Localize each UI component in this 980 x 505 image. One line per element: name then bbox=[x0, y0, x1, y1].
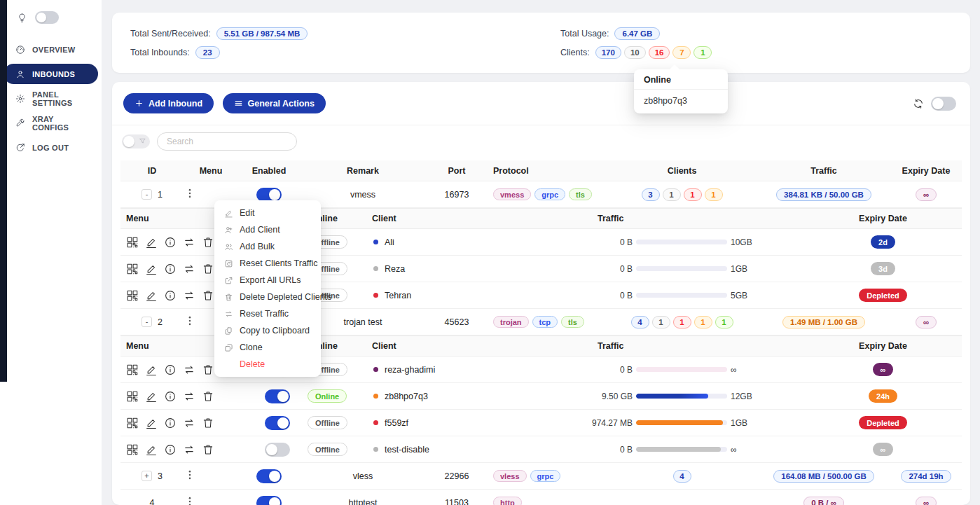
auto-refresh-toggle[interactable] bbox=[931, 97, 956, 111]
info-icon[interactable] bbox=[164, 289, 177, 302]
sidebar-item-inbounds[interactable]: INBOUNDS bbox=[4, 64, 98, 84]
enabled-toggle[interactable] bbox=[256, 469, 282, 483]
sidebar-item-xray-configs[interactable]: XRAY CONFIGS bbox=[4, 113, 98, 133]
reset-traffic-icon[interactable] bbox=[183, 364, 195, 376]
delete-icon[interactable] bbox=[202, 236, 214, 249]
expand-toggle[interactable]: - bbox=[142, 317, 152, 327]
delete-icon[interactable] bbox=[202, 417, 214, 429]
client-count-badge[interactable]: 1 bbox=[684, 188, 702, 201]
reset-traffic-icon[interactable] bbox=[183, 390, 195, 403]
info-icon[interactable] bbox=[164, 443, 177, 456]
delete-icon[interactable] bbox=[202, 390, 214, 403]
client-enabled-toggle[interactable] bbox=[265, 416, 290, 430]
sidebar-item-panel-settings[interactable]: PANEL SETTINGS bbox=[4, 88, 98, 109]
reset-traffic-icon[interactable] bbox=[183, 289, 195, 302]
theme-toggle[interactable] bbox=[35, 11, 59, 24]
context-menu-item-edit[interactable]: Edit bbox=[214, 205, 321, 221]
context-menu-item-export-all-urls[interactable]: Export All URLs bbox=[214, 272, 321, 289]
reset-traffic-icon[interactable] bbox=[183, 443, 195, 456]
delete-icon[interactable] bbox=[202, 443, 214, 456]
clients-count-badge[interactable]: 10 bbox=[624, 46, 646, 59]
enabled-toggle[interactable] bbox=[256, 496, 282, 505]
context-menu-item-copy-to-clipboard[interactable]: Copy to Clipboard bbox=[214, 322, 321, 339]
sidebar-item-overview[interactable]: OVERVIEW bbox=[4, 39, 98, 60]
context-menu-item-delete-depleted-clients[interactable]: Delete Depleted Clients bbox=[214, 289, 321, 305]
reset-traffic-icon[interactable] bbox=[183, 236, 195, 249]
client-count-badge[interactable]: 1 bbox=[663, 188, 681, 201]
edit-icon[interactable] bbox=[145, 263, 158, 275]
client-enabled-cell bbox=[250, 389, 305, 403]
client-enabled-toggle[interactable] bbox=[265, 443, 290, 457]
inbound-protocols: http bbox=[488, 497, 607, 505]
client-count-badge[interactable]: 4 bbox=[631, 316, 649, 328]
kebab-menu-icon[interactable] bbox=[184, 187, 196, 200]
inbound-traffic-cell: 0 B / ∞ bbox=[757, 497, 890, 505]
qr-code-icon[interactable] bbox=[126, 364, 139, 376]
traffic-used: 0 B bbox=[566, 264, 633, 274]
context-menu-item-add-bulk[interactable]: Add Bulk bbox=[214, 238, 321, 255]
info-icon[interactable] bbox=[164, 417, 177, 429]
qr-code-icon[interactable] bbox=[126, 390, 139, 403]
enabled-toggle[interactable] bbox=[256, 188, 282, 202]
reset-traffic-icon[interactable] bbox=[183, 263, 195, 275]
client-count-badge[interactable]: 1 bbox=[673, 316, 691, 328]
context-menu-item-reset-clients-traffic[interactable]: Reset Clients Traffic bbox=[214, 255, 321, 272]
general-actions-button[interactable]: General Actions bbox=[223, 93, 326, 113]
inbound-remark: vless bbox=[300, 471, 426, 481]
add-inbound-button[interactable]: Add Inbound bbox=[123, 93, 214, 113]
sidebar-item-log-out[interactable]: LOG OUT bbox=[4, 137, 98, 158]
client-count-badge[interactable]: 3 bbox=[642, 188, 660, 201]
edit-icon[interactable] bbox=[145, 236, 158, 249]
client-count-badge[interactable]: 1 bbox=[705, 188, 723, 201]
qr-code-icon[interactable] bbox=[126, 263, 139, 275]
delete-icon[interactable] bbox=[202, 364, 214, 376]
context-menu-item-reset-traffic[interactable]: Reset Traffic bbox=[214, 305, 321, 322]
client-enabled-toggle[interactable] bbox=[265, 389, 290, 403]
client-count-badge[interactable]: 1 bbox=[652, 316, 670, 328]
context-menu-item-delete[interactable]: Delete bbox=[214, 356, 321, 373]
context-menu-item-add-client[interactable]: Add Client bbox=[214, 221, 321, 238]
search-input[interactable] bbox=[157, 132, 297, 151]
clients-count-badge[interactable]: 16 bbox=[649, 46, 670, 59]
column-header: Menu bbox=[184, 166, 238, 176]
protocol-tag: trojan bbox=[493, 316, 529, 328]
qr-code-icon[interactable] bbox=[126, 236, 139, 249]
client-expiry-cell: 24h bbox=[804, 389, 962, 403]
info-icon[interactable] bbox=[164, 236, 177, 249]
context-menu-item-clone[interactable]: Clone bbox=[214, 339, 321, 356]
refresh-icon[interactable] bbox=[913, 98, 924, 109]
qr-code-icon[interactable] bbox=[126, 417, 139, 429]
inbound-enabled-cell bbox=[238, 496, 300, 505]
clients-count-badge[interactable]: 1 bbox=[693, 46, 712, 59]
info-icon[interactable] bbox=[164, 263, 177, 275]
clients-count-badge[interactable]: 170 bbox=[595, 46, 621, 59]
protocol-tag: grpc bbox=[530, 470, 561, 482]
client-enabled-cell bbox=[250, 443, 305, 457]
delete-icon[interactable] bbox=[202, 289, 214, 302]
client-count-badge[interactable]: 1 bbox=[694, 316, 712, 328]
qr-code-icon[interactable] bbox=[126, 289, 139, 302]
clients-count-badge[interactable]: 7 bbox=[672, 46, 691, 59]
inbound-protocols: vlessgrpc bbox=[488, 470, 607, 482]
filter-toggle[interactable] bbox=[122, 134, 150, 148]
edit-icon[interactable] bbox=[145, 289, 158, 302]
info-icon[interactable] bbox=[164, 364, 177, 376]
edit-icon[interactable] bbox=[145, 443, 158, 456]
client-count-badge[interactable]: 4 bbox=[673, 470, 691, 483]
info-icon[interactable] bbox=[164, 390, 177, 403]
edit-icon[interactable] bbox=[145, 364, 158, 376]
qr-code-icon[interactable] bbox=[126, 443, 139, 456]
edit-icon[interactable] bbox=[145, 417, 158, 429]
kebab-menu-icon[interactable] bbox=[184, 495, 196, 505]
inbound-remark: vmess bbox=[300, 190, 426, 200]
kebab-menu-icon[interactable] bbox=[184, 469, 196, 481]
client-count-badge[interactable]: 1 bbox=[715, 316, 733, 328]
expand-toggle[interactable]: - bbox=[142, 189, 152, 200]
delete-icon[interactable] bbox=[202, 263, 214, 275]
kebab-menu-icon[interactable] bbox=[184, 314, 196, 327]
client-expiry-cell: ∞ bbox=[804, 363, 962, 376]
expand-toggle[interactable]: + bbox=[142, 471, 152, 481]
edit-icon[interactable] bbox=[145, 390, 158, 403]
reset-traffic-icon[interactable] bbox=[183, 417, 195, 429]
traffic-bar bbox=[636, 447, 727, 452]
